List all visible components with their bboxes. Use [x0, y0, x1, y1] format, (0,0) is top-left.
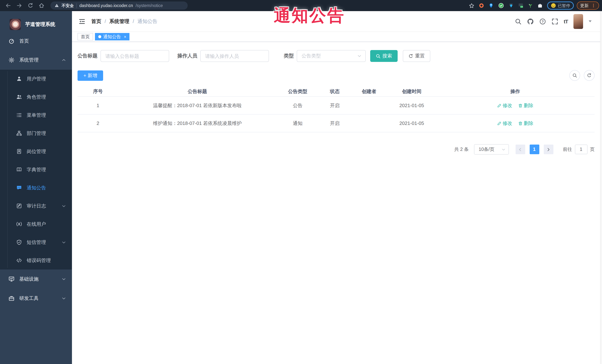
app-logo-row[interactable]: 芋道管理系统 — [0, 17, 72, 32]
chevron-down-icon — [62, 296, 66, 301]
add-button[interactable]: + 新增 — [77, 70, 103, 81]
tag-home[interactable]: 首页 — [77, 33, 93, 40]
extension-ring-icon[interactable] — [479, 3, 484, 8]
url-host: dashboard.yudao.iocoder.cn — [79, 3, 133, 8]
operator-label: 操作人员 — [177, 53, 197, 59]
browser-update-button[interactable]: 更新 — [577, 1, 599, 10]
fullscreen-icon[interactable] — [552, 18, 558, 25]
extensions-puzzle-icon[interactable] — [538, 3, 543, 8]
reset-button-label: 重置 — [415, 53, 425, 59]
chevron-right-icon — [546, 147, 550, 151]
col-header-title: 公告标题 — [118, 88, 276, 95]
edit-pencil-icon — [497, 121, 502, 125]
extension-diamond-icon[interactable] — [508, 3, 514, 8]
table-header-row: 序号 公告标题 公告类型 状态 创建者 创建时间 操作 — [77, 86, 595, 97]
cell-type: 公告 — [276, 102, 319, 109]
dashboard-icon — [9, 38, 14, 44]
security-label: 不安全 — [62, 3, 74, 8]
page-size-select[interactable]: 10条/页 — [474, 144, 509, 155]
extension-check-icon[interactable] — [498, 3, 504, 9]
book-icon — [16, 167, 22, 172]
breadcrumb-system[interactable]: 系统管理 — [109, 18, 129, 25]
reset-button[interactable]: 重置 — [403, 50, 430, 62]
sidebar-item-infrastructure[interactable]: 基础设施 — [0, 270, 72, 289]
font-size-icon[interactable]: tT — [564, 18, 568, 24]
sidebar-item-audit-log[interactable]: 审计日志 — [0, 197, 72, 215]
cell-title: 温馨提醒：2018-07-01 若依新版本发布啦 — [118, 102, 276, 109]
tag-close-icon[interactable]: × — [124, 34, 126, 39]
shield-icon — [16, 239, 22, 245]
next-page-button[interactable] — [544, 145, 553, 154]
extension-on-badge-icon[interactable] — [518, 3, 523, 8]
tag-notice-label: 通知公告 — [103, 33, 121, 40]
browser-forward-icon[interactable] — [16, 3, 22, 9]
avatar-dropdown-caret-icon[interactable] — [589, 21, 591, 24]
sidebar-item-dictionary[interactable]: 字典管理 — [0, 160, 72, 179]
sidebar-item-users[interactable]: 用户管理 — [0, 70, 72, 88]
breadcrumb-separator: / — [133, 19, 134, 24]
sidebar-item-menus[interactable]: 菜单管理 — [0, 106, 72, 124]
edit-link[interactable]: 修改 — [497, 120, 512, 127]
active-tag-dot — [98, 35, 101, 38]
type-select[interactable]: 公告类型 — [297, 50, 366, 62]
user-icon — [16, 76, 22, 82]
refresh-table-icon — [587, 73, 591, 78]
sidebar-item-notice[interactable]: 通知公告 — [0, 179, 72, 197]
toggle-search-button[interactable] — [569, 70, 580, 81]
sidebar-item-posts[interactable]: 岗位管理 — [0, 142, 72, 160]
page-number-1[interactable]: 1 — [529, 145, 539, 154]
help-icon[interactable] — [539, 18, 546, 25]
not-secure-warning-icon — [54, 3, 59, 8]
page-scrollbar[interactable] — [600, 11, 602, 364]
table-toolbar: + 新增 — [77, 70, 595, 81]
sidebar-item-system[interactable]: 系统管理 — [0, 50, 72, 70]
sidebar-item-dev-tools[interactable]: 研发工具 — [0, 289, 72, 308]
tag-notice-active[interactable]: 通知公告 × — [95, 33, 130, 40]
sidebar-item-error-codes[interactable]: 错误码管理 — [0, 251, 72, 270]
toolbox-icon — [9, 295, 14, 301]
browser-home-icon[interactable] — [39, 3, 44, 9]
browser-menu-dots-icon[interactable] — [591, 3, 596, 8]
delete-link[interactable]: 删除 — [518, 102, 533, 109]
browser-reload-icon[interactable] — [27, 3, 33, 9]
operator-input[interactable] — [200, 50, 269, 62]
sidebar-item-departments[interactable]: 部门管理 — [0, 124, 72, 142]
sidebar-item-home[interactable]: 首页 — [0, 32, 72, 50]
gear-icon — [9, 57, 14, 63]
app-logo — [10, 19, 21, 30]
extension-location-pin-icon[interactable] — [488, 3, 494, 8]
online-user-icon — [16, 221, 22, 227]
browser-back-icon[interactable] — [5, 3, 11, 9]
col-header-status: 状态 — [319, 88, 351, 95]
sidebar-item-sms[interactable]: 短信管理 — [0, 233, 72, 251]
user-avatar[interactable] — [573, 14, 583, 29]
cell-status: 开启 — [319, 102, 351, 109]
filter-form: 公告标题 操作人员 类型 公告类型 搜索 重置 — [77, 50, 595, 62]
sidebar-item-online-users[interactable]: 在线用户 — [0, 215, 72, 233]
url-path: /system/notice — [136, 3, 163, 8]
address-bar[interactable]: 不安全 dashboard.yudao.iocoder.cn/system/no… — [50, 1, 188, 10]
sidebar-item-roles[interactable]: 角色管理 — [0, 88, 72, 106]
extension-sprout-icon[interactable] — [528, 3, 533, 8]
profile-paused-chip[interactable]: 已暂停 — [547, 1, 574, 10]
select-chevron-down-icon — [501, 147, 505, 151]
search-button[interactable]: 搜索 — [370, 50, 398, 62]
delete-link[interactable]: 删除 — [518, 120, 533, 127]
breadcrumb-home[interactable]: 首页 — [91, 18, 101, 25]
org-tree-icon — [16, 130, 22, 136]
edit-link[interactable]: 修改 — [497, 102, 512, 109]
bookmark-star-icon[interactable] — [469, 3, 474, 8]
notice-title-input[interactable] — [100, 50, 169, 62]
goto-page-input[interactable] — [575, 145, 587, 154]
refresh-table-button[interactable] — [584, 70, 595, 81]
header-search-icon[interactable] — [515, 18, 522, 25]
table-tools — [569, 70, 595, 81]
search-button-icon — [376, 53, 381, 58]
code-icon — [16, 258, 22, 263]
prev-page-button[interactable] — [516, 145, 525, 154]
paused-label: 已暂停 — [558, 3, 570, 8]
sidebar-collapse-icon[interactable] — [79, 18, 85, 25]
cell-title: 维护通知：2018-07-01 若依系统凌晨维护 — [118, 120, 276, 127]
github-icon[interactable] — [527, 18, 534, 25]
pagination-total: 共 2 条 — [454, 146, 469, 153]
